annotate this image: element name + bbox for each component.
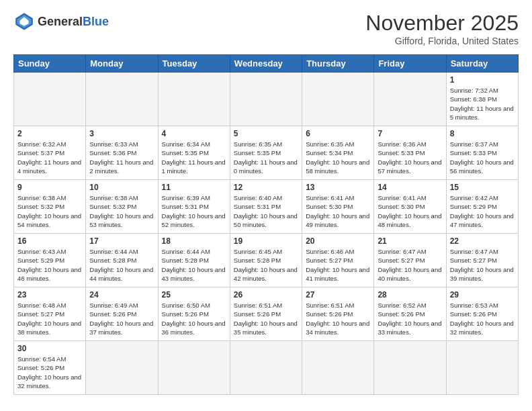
- day-info: Sunrise: 6:45 AM Sunset: 5:28 PM Dayligh…: [234, 247, 298, 283]
- header-saturday: Saturday: [446, 55, 518, 73]
- calendar-cell: [158, 73, 230, 126]
- calendar-cell: [374, 341, 446, 395]
- day-number: 10: [89, 183, 154, 192]
- day-info: Sunrise: 6:51 AM Sunset: 5:26 PM Dayligh…: [306, 301, 370, 336]
- day-info: Sunrise: 6:51 AM Sunset: 5:26 PM Dayligh…: [234, 301, 298, 336]
- day-number: 14: [378, 183, 442, 192]
- calendar-cell: 26Sunrise: 6:51 AM Sunset: 5:26 PM Dayli…: [230, 287, 302, 341]
- day-info: Sunrise: 6:40 AM Sunset: 5:31 PM Dayligh…: [234, 193, 298, 229]
- header-monday: Monday: [86, 55, 158, 73]
- day-info: Sunrise: 6:49 AM Sunset: 5:26 PM Dayligh…: [89, 301, 154, 336]
- logo: GeneralBlue: [13, 11, 109, 32]
- calendar-week-row: 1Sunrise: 7:32 AM Sunset: 6:38 PM Daylig…: [14, 73, 519, 126]
- day-number: 17: [89, 236, 154, 246]
- calendar-cell: 24Sunrise: 6:49 AM Sunset: 5:26 PM Dayli…: [86, 287, 158, 341]
- title-block: November 2025 Gifford, Florida, United S…: [365, 11, 519, 46]
- calendar-week-row: 16Sunrise: 6:43 AM Sunset: 5:29 PM Dayli…: [14, 234, 519, 287]
- calendar-cell: 20Sunrise: 6:46 AM Sunset: 5:27 PM Dayli…: [302, 234, 374, 287]
- day-number: 8: [450, 129, 515, 138]
- month-title: November 2025: [365, 11, 519, 36]
- day-number: 18: [162, 236, 226, 246]
- logo-blue: Blue: [83, 15, 109, 28]
- day-info: Sunrise: 7:32 AM Sunset: 6:38 PM Dayligh…: [450, 86, 515, 122]
- logo-text: GeneralBlue: [38, 15, 109, 28]
- day-number: 2: [17, 129, 82, 138]
- calendar-cell: 8Sunrise: 6:37 AM Sunset: 5:33 PM Daylig…: [446, 126, 518, 180]
- calendar-cell: [14, 73, 86, 126]
- calendar-cell: 2Sunrise: 6:32 AM Sunset: 5:37 PM Daylig…: [14, 126, 86, 180]
- calendar-week-row: 2Sunrise: 6:32 AM Sunset: 5:37 PM Daylig…: [14, 126, 519, 180]
- day-info: Sunrise: 6:50 AM Sunset: 5:26 PM Dayligh…: [162, 301, 226, 336]
- calendar-cell: 14Sunrise: 6:41 AM Sunset: 5:30 PM Dayli…: [374, 180, 446, 234]
- day-info: Sunrise: 6:32 AM Sunset: 5:37 PM Dayligh…: [17, 140, 82, 175]
- day-number: 7: [378, 129, 442, 138]
- calendar-cell: 16Sunrise: 6:43 AM Sunset: 5:29 PM Dayli…: [14, 234, 86, 287]
- day-number: 20: [306, 236, 370, 246]
- day-number: 29: [450, 290, 515, 300]
- calendar-header-row: Sunday Monday Tuesday Wednesday Thursday…: [14, 55, 519, 73]
- calendar-cell: 7Sunrise: 6:36 AM Sunset: 5:33 PM Daylig…: [374, 126, 446, 180]
- day-number: 3: [89, 129, 154, 138]
- calendar-cell: 3Sunrise: 6:33 AM Sunset: 5:36 PM Daylig…: [86, 126, 158, 180]
- calendar-cell: 21Sunrise: 6:47 AM Sunset: 5:27 PM Dayli…: [374, 234, 446, 287]
- calendar-cell: 19Sunrise: 6:45 AM Sunset: 5:28 PM Dayli…: [230, 234, 302, 287]
- calendar-table: Sunday Monday Tuesday Wednesday Thursday…: [13, 54, 519, 395]
- day-info: Sunrise: 6:39 AM Sunset: 5:31 PM Dayligh…: [162, 193, 226, 229]
- day-number: 23: [17, 290, 82, 300]
- generalblue-logo-icon: [13, 11, 35, 32]
- header-thursday: Thursday: [302, 55, 374, 73]
- calendar-week-row: 9Sunrise: 6:38 AM Sunset: 5:32 PM Daylig…: [14, 180, 519, 234]
- calendar-cell: 9Sunrise: 6:38 AM Sunset: 5:32 PM Daylig…: [14, 180, 86, 234]
- day-info: Sunrise: 6:44 AM Sunset: 5:28 PM Dayligh…: [89, 247, 154, 283]
- calendar-cell: [302, 73, 374, 126]
- header-wednesday: Wednesday: [230, 55, 302, 73]
- header: GeneralBlue November 2025 Gifford, Flori…: [13, 11, 519, 46]
- header-tuesday: Tuesday: [158, 55, 230, 73]
- calendar-week-row: 23Sunrise: 6:48 AM Sunset: 5:27 PM Dayli…: [14, 287, 519, 341]
- day-number: 28: [378, 290, 442, 300]
- day-info: Sunrise: 6:36 AM Sunset: 5:33 PM Dayligh…: [378, 140, 442, 175]
- day-number: 24: [89, 290, 154, 300]
- day-number: 16: [17, 236, 82, 246]
- calendar-cell: [86, 73, 158, 126]
- calendar-cell: 1Sunrise: 7:32 AM Sunset: 6:38 PM Daylig…: [446, 73, 518, 126]
- day-info: Sunrise: 6:47 AM Sunset: 5:27 PM Dayligh…: [450, 247, 515, 283]
- page: GeneralBlue November 2025 Gifford, Flori…: [0, 0, 532, 406]
- calendar-week-row: 30Sunrise: 6:54 AM Sunset: 5:26 PM Dayli…: [14, 341, 519, 395]
- calendar-cell: 17Sunrise: 6:44 AM Sunset: 5:28 PM Dayli…: [86, 234, 158, 287]
- calendar-cell: 6Sunrise: 6:35 AM Sunset: 5:34 PM Daylig…: [302, 126, 374, 180]
- day-info: Sunrise: 6:47 AM Sunset: 5:27 PM Dayligh…: [378, 247, 442, 283]
- day-number: 4: [162, 129, 226, 138]
- calendar-cell: 25Sunrise: 6:50 AM Sunset: 5:26 PM Dayli…: [158, 287, 230, 341]
- day-number: 6: [306, 129, 370, 138]
- calendar-cell: 28Sunrise: 6:52 AM Sunset: 5:26 PM Dayli…: [374, 287, 446, 341]
- day-info: Sunrise: 6:42 AM Sunset: 5:29 PM Dayligh…: [450, 193, 515, 229]
- day-number: 30: [17, 344, 82, 353]
- calendar-cell: [446, 341, 518, 395]
- day-info: Sunrise: 6:35 AM Sunset: 5:35 PM Dayligh…: [234, 140, 298, 175]
- day-number: 21: [378, 236, 442, 246]
- calendar-cell: 29Sunrise: 6:53 AM Sunset: 5:26 PM Dayli…: [446, 287, 518, 341]
- day-info: Sunrise: 6:44 AM Sunset: 5:28 PM Dayligh…: [162, 247, 226, 283]
- day-info: Sunrise: 6:43 AM Sunset: 5:29 PM Dayligh…: [17, 247, 82, 283]
- day-info: Sunrise: 6:54 AM Sunset: 5:26 PM Dayligh…: [17, 355, 82, 390]
- day-info: Sunrise: 6:52 AM Sunset: 5:26 PM Dayligh…: [378, 301, 442, 336]
- header-friday: Friday: [374, 55, 446, 73]
- day-info: Sunrise: 6:37 AM Sunset: 5:33 PM Dayligh…: [450, 140, 515, 175]
- day-number: 26: [234, 290, 298, 300]
- calendar-cell: 27Sunrise: 6:51 AM Sunset: 5:26 PM Dayli…: [302, 287, 374, 341]
- day-info: Sunrise: 6:35 AM Sunset: 5:34 PM Dayligh…: [306, 140, 370, 175]
- day-info: Sunrise: 6:48 AM Sunset: 5:27 PM Dayligh…: [17, 301, 82, 336]
- calendar-cell: 13Sunrise: 6:41 AM Sunset: 5:30 PM Dayli…: [302, 180, 374, 234]
- day-info: Sunrise: 6:38 AM Sunset: 5:32 PM Dayligh…: [89, 193, 154, 229]
- day-info: Sunrise: 6:34 AM Sunset: 5:35 PM Dayligh…: [162, 140, 226, 175]
- calendar-cell: 18Sunrise: 6:44 AM Sunset: 5:28 PM Dayli…: [158, 234, 230, 287]
- day-info: Sunrise: 6:46 AM Sunset: 5:27 PM Dayligh…: [306, 247, 370, 283]
- day-number: 19: [234, 236, 298, 246]
- day-number: 11: [162, 183, 226, 192]
- day-number: 15: [450, 183, 515, 192]
- calendar-body: 1Sunrise: 7:32 AM Sunset: 6:38 PM Daylig…: [14, 73, 519, 395]
- calendar-cell: 15Sunrise: 6:42 AM Sunset: 5:29 PM Dayli…: [446, 180, 518, 234]
- day-number: 27: [306, 290, 370, 300]
- calendar-cell: [230, 73, 302, 126]
